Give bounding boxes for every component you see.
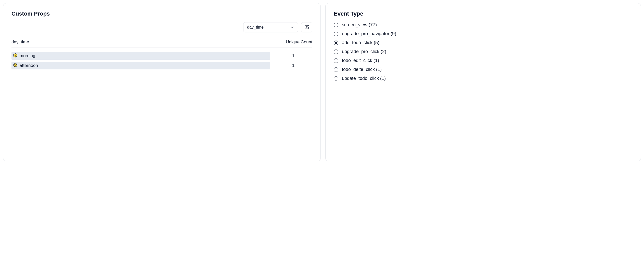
- event-label: upgrade_pro_navigator (9): [342, 31, 396, 36]
- props-table-header: day_time Unique Count: [11, 40, 312, 47]
- event-type-card: Event Type screen_view (77) upgrade_pro_…: [325, 3, 641, 161]
- props-col-prop: day_time: [11, 40, 29, 45]
- row-count: 1: [274, 53, 312, 58]
- table-row[interactable]: afternoon 1: [11, 62, 312, 69]
- custom-props-title: Custom Props: [11, 10, 312, 17]
- prop-select-value: day_time: [247, 25, 264, 30]
- row-count: 1: [274, 63, 312, 68]
- radio-icon: [334, 58, 338, 63]
- row-label: afternoon: [20, 63, 38, 68]
- event-type-item[interactable]: upgrade_pro_navigator (9): [334, 31, 633, 36]
- custom-props-card: Custom Props day_time day_time Unique Co…: [3, 3, 321, 161]
- props-table-body: morning 1 afternoon 1: [11, 52, 312, 69]
- radio-icon: [334, 67, 338, 72]
- prop-select[interactable]: day_time: [243, 22, 298, 32]
- props-col-count: Unique Count: [286, 40, 312, 45]
- radio-icon: [334, 76, 338, 81]
- event-type-item[interactable]: upgrade_pro_click (2): [334, 49, 633, 54]
- row-label: morning: [20, 53, 35, 58]
- table-row[interactable]: morning 1: [11, 52, 312, 60]
- event-type-item[interactable]: todo_delte_click (1): [334, 67, 633, 72]
- radio-icon: [334, 23, 338, 27]
- event-type-list: screen_view (77) upgrade_pro_navigator (…: [334, 22, 633, 81]
- event-type-title: Event Type: [334, 10, 633, 17]
- box-icon: [13, 63, 18, 68]
- event-label: update_todo_click (1): [342, 76, 386, 81]
- edit-button[interactable]: [301, 22, 312, 32]
- event-label: todo_delte_click (1): [342, 67, 382, 72]
- custom-props-toolbar: day_time: [11, 22, 312, 32]
- radio-icon: [334, 41, 338, 45]
- event-type-item[interactable]: screen_view (77): [334, 22, 633, 28]
- event-type-item[interactable]: todo_edit_click (1): [334, 58, 633, 63]
- radio-icon: [334, 50, 338, 54]
- box-icon: [13, 53, 18, 59]
- event-label: add_todo_click (5): [342, 40, 379, 45]
- row-bar: morning: [11, 52, 270, 60]
- edit-icon: [304, 25, 309, 30]
- chevron-down-icon: [290, 25, 294, 29]
- radio-icon: [334, 32, 338, 36]
- event-label: screen_view (77): [342, 22, 377, 28]
- event-type-item[interactable]: add_todo_click (5): [334, 40, 633, 45]
- row-bar: afternoon: [11, 62, 270, 69]
- event-label: todo_edit_click (1): [342, 58, 379, 63]
- event-label: upgrade_pro_click (2): [342, 49, 386, 54]
- event-type-item[interactable]: update_todo_click (1): [334, 76, 633, 81]
